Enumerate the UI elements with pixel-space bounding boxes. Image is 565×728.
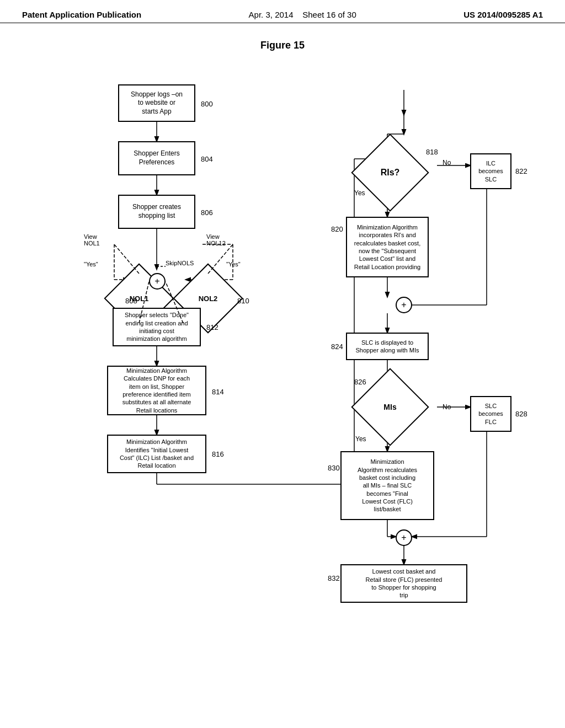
node-814: Minimization AlgorithmCalculates DNP for… bbox=[107, 366, 206, 415]
node-832: Lowest cost basket andRetail store (FLC)… bbox=[340, 564, 467, 603]
sheet-number: Sheet 16 of 30 bbox=[302, 10, 356, 19]
num-812: 812 bbox=[206, 323, 218, 331]
node-822: ILCbecomesSLC bbox=[470, 153, 511, 189]
circle-808: + bbox=[149, 273, 166, 290]
node-828: SLCbecomesFLC bbox=[470, 396, 511, 432]
figure-title: Figure 15 bbox=[22, 40, 543, 51]
node-804: Shopper EntersPreferences bbox=[118, 141, 195, 175]
top-arrow-svg bbox=[382, 90, 426, 117]
num-822: 822 bbox=[515, 167, 527, 175]
node-820: Minimization Algorithmincorporates RI's … bbox=[346, 217, 429, 277]
skipnols-label: SkipNOLS bbox=[166, 260, 194, 266]
num-806: 806 bbox=[201, 208, 213, 217]
num-824: 824 bbox=[331, 342, 343, 351]
publication-title: Patent Application Publication bbox=[22, 10, 141, 19]
patent-number: US 2014/0095285 A1 bbox=[463, 10, 543, 19]
yes-818-label: Yes bbox=[354, 189, 365, 197]
num-826: 826 bbox=[354, 378, 366, 386]
page-header: Patent Application Publication Apr. 3, 2… bbox=[0, 0, 565, 23]
view-nol12-label: ViewNOL12 bbox=[206, 233, 226, 247]
yes-nol1-label: "Yes" bbox=[84, 261, 98, 267]
ris-diamond: RIs? bbox=[363, 145, 418, 200]
circle-merge-top: + bbox=[396, 297, 412, 313]
node-812: Shopper selects "Done"ending list creati… bbox=[113, 308, 201, 346]
num-820: 820 bbox=[331, 225, 343, 233]
view-nol1-label: ViewNOL1 bbox=[84, 233, 100, 247]
publication-date: Apr. 3, 2014 bbox=[249, 10, 294, 19]
num-832: 832 bbox=[328, 574, 340, 582]
yes-nol2-label: "Yes" bbox=[226, 261, 241, 267]
mis-diamond: MIs bbox=[363, 379, 418, 435]
node-800: Shopper logs –onto website orstarts App bbox=[118, 84, 195, 122]
no-826-label: No bbox=[443, 403, 451, 411]
node-816: Minimization AlgorithmIdentifies "Initia… bbox=[107, 435, 206, 473]
main-content: Figure 15 bbox=[0, 23, 565, 675]
num-818: 818 bbox=[426, 148, 438, 156]
circle-merge-bottom: + bbox=[396, 529, 412, 546]
yes-826-label: Yes bbox=[355, 435, 366, 443]
no-818-label: No bbox=[443, 159, 451, 167]
node-824: SLC is displayed toShopper along with MI… bbox=[346, 333, 429, 360]
num-830: 830 bbox=[328, 464, 340, 472]
node-830: MinimizationAlgorithm recalculatesbasket… bbox=[340, 451, 434, 520]
flowchart: Shopper logs –onto website orstarts App … bbox=[29, 57, 536, 663]
num-810: 810 bbox=[237, 297, 249, 305]
num-814: 814 bbox=[212, 388, 224, 396]
num-828: 828 bbox=[515, 410, 527, 418]
num-800: 800 bbox=[201, 100, 213, 108]
num-816: 816 bbox=[212, 450, 224, 458]
node-806: Shopper createsshopping list bbox=[118, 195, 195, 229]
num-804: 804 bbox=[201, 155, 213, 163]
publication-date-sheet: Apr. 3, 2014 Sheet 16 of 30 bbox=[249, 10, 356, 19]
